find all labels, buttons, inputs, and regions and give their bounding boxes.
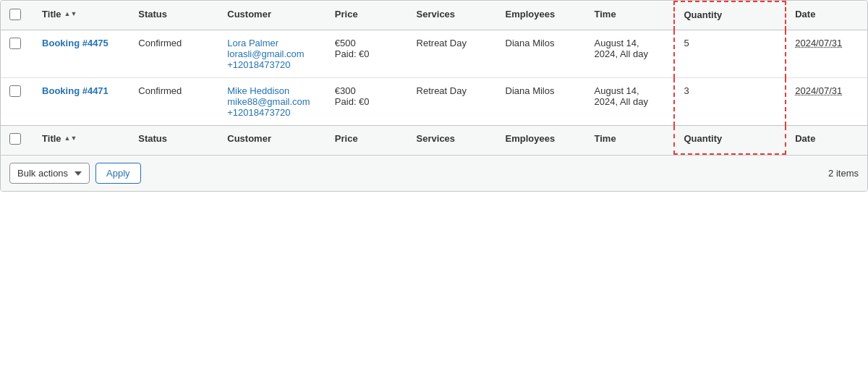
footer-customer: Customer: [218, 126, 326, 155]
footer-date: Date: [786, 126, 867, 155]
row1-paid-value: Paid: €0: [335, 48, 370, 59]
table-row: Booking #4471 Confirmed Mike Heddison mi…: [1, 78, 867, 126]
footer-quantity: Quantity: [674, 126, 786, 155]
row1-employees: Diana Milos: [497, 30, 586, 78]
row2-checkbox[interactable]: [9, 85, 21, 97]
bookings-table: Title ▲▼ Status Customer Price Services: [0, 0, 868, 192]
row2-title: Booking #4471: [33, 78, 129, 126]
bulk-actions-container: Bulk actions Apply: [9, 163, 141, 184]
row2-customer-phone[interactable]: +12018473720: [227, 107, 318, 118]
table-row: Booking #4475 Confirmed Lora Palmer lora…: [1, 30, 867, 78]
header-title-label: Title: [42, 9, 61, 20]
row1-services: Retreat Day: [408, 30, 497, 78]
table-footer-row: Title ▲▼ Status Customer Price Services: [1, 126, 867, 155]
row1-status: Confirmed: [129, 30, 218, 78]
row2-date-value: 2024/07/31: [795, 85, 842, 96]
row2-quantity: 3: [674, 78, 786, 126]
row2-price-value: €300: [335, 85, 356, 96]
bulk-actions-select[interactable]: Bulk actions: [9, 163, 90, 184]
row1-quantity-value: 5: [684, 38, 689, 48]
row1-title-link[interactable]: Booking #4475: [42, 38, 121, 48]
apply-button[interactable]: Apply: [95, 163, 141, 184]
row1-time: August 14, 2024, All day: [586, 30, 675, 78]
row1-services-value: Retreat Day: [417, 38, 467, 48]
row1-customer-email[interactable]: lorasli@gmail.com: [227, 48, 318, 59]
row1-customer: Lora Palmer lorasli@gmail.com +120184737…: [218, 30, 326, 78]
row2-services-value: Retreat Day: [417, 85, 467, 96]
footer-price: Price: [326, 126, 408, 155]
row2-services: Retreat Day: [408, 78, 497, 126]
row2-customer-name[interactable]: Mike Heddison: [227, 85, 318, 96]
items-count: 2 items: [828, 168, 859, 179]
footer-check: [1, 126, 33, 155]
header-date: Date: [786, 1, 867, 30]
row2-quantity-value: 3: [684, 85, 689, 96]
row2-customer: Mike Heddison mike88@gmail.com +12018473…: [218, 78, 326, 126]
header-customer: Customer: [218, 1, 326, 30]
row1-time-value: August 14, 2024, All day: [595, 38, 648, 59]
row1-employees-value: Diana Milos: [506, 38, 555, 48]
header-services: Services: [408, 1, 497, 30]
row1-checkbox[interactable]: [9, 38, 21, 49]
header-quantity: Quantity: [674, 1, 786, 30]
row2-customer-email[interactable]: mike88@gmail.com: [227, 96, 318, 107]
footer-select-all-checkbox[interactable]: [9, 133, 21, 145]
row1-date-value: 2024/07/31: [795, 38, 842, 48]
footer-sort-arrows-icon: ▲▼: [64, 135, 77, 142]
row2-employees-value: Diana Milos: [506, 85, 555, 96]
select-all-checkbox[interactable]: [9, 9, 21, 20]
footer-time: Time: [586, 126, 675, 155]
row2-time: August 14, 2024, All day: [586, 78, 675, 126]
row2-price: €300 Paid: €0: [326, 78, 408, 126]
row2-date: 2024/07/31: [786, 78, 867, 126]
footer-title[interactable]: Title ▲▼: [33, 126, 129, 155]
row1-date: 2024/07/31: [786, 30, 867, 78]
header-title[interactable]: Title ▲▼: [33, 1, 129, 30]
footer-employees: Employees: [497, 126, 586, 155]
footer-title-label: Title: [42, 133, 61, 144]
row2-status: Confirmed: [129, 78, 218, 126]
sort-arrows-icon: ▲▼: [64, 11, 77, 17]
header-price: Price: [326, 1, 408, 30]
footer-services: Services: [408, 126, 497, 155]
row2-status-label: Confirmed: [138, 85, 182, 96]
row2-title-link[interactable]: Booking #4471: [42, 85, 121, 96]
row2-check: [1, 78, 33, 126]
header-check: [1, 1, 33, 30]
table-action-footer: Bulk actions Apply 2 items: [1, 155, 867, 191]
row2-employees: Diana Milos: [497, 78, 586, 126]
row1-status-label: Confirmed: [138, 38, 182, 48]
row1-quantity: 5: [674, 30, 786, 78]
row1-title: Booking #4475: [33, 30, 129, 78]
footer-status: Status: [129, 126, 218, 155]
row1-price: €500 Paid: €0: [326, 30, 408, 78]
header-status: Status: [129, 1, 218, 30]
row1-price-value: €500: [335, 38, 356, 48]
row1-customer-name[interactable]: Lora Palmer: [227, 38, 318, 48]
header-employees: Employees: [497, 1, 586, 30]
row1-check: [1, 30, 33, 78]
header-time: Time: [586, 1, 675, 30]
row2-paid-value: Paid: €0: [335, 96, 370, 107]
table-header-row: Title ▲▼ Status Customer Price Services: [1, 1, 867, 30]
row2-time-value: August 14, 2024, All day: [595, 85, 648, 107]
row1-customer-phone[interactable]: +12018473720: [227, 59, 318, 70]
